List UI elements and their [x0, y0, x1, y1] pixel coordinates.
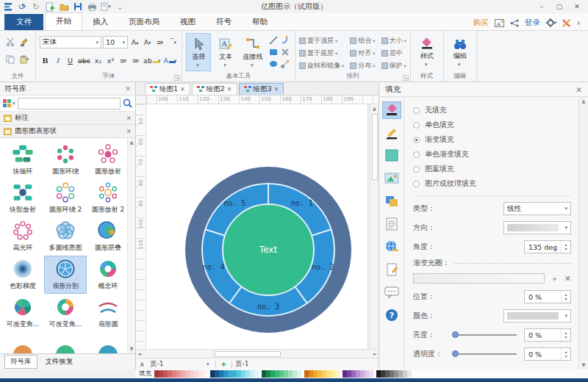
- scroll-left-icon[interactable]: ◄: [137, 351, 141, 357]
- share-icon[interactable]: [510, 19, 519, 27]
- gradient-direction-select[interactable]: ▾: [503, 221, 571, 234]
- section-close-icon[interactable]: ✕: [126, 128, 132, 135]
- radio-icon[interactable]: [413, 166, 420, 173]
- gradient-type-select[interactable]: 线性▾: [503, 202, 571, 215]
- new-file-button[interactable]: [45, 1, 55, 12]
- arrange-居中[interactable]: 居中: [381, 48, 406, 58]
- collapse-ribbon-icon[interactable]: ∧: [576, 20, 581, 26]
- palette-swatch[interactable]: [297, 370, 301, 378]
- fill-option-图案填充[interactable]: 图案填充: [413, 162, 571, 176]
- tab-file[interactable]: 文件: [4, 14, 43, 30]
- section-circular-chart-shapes[interactable]: 圆形图表形状 ✕: [0, 125, 135, 138]
- scrollbar-thumb[interactable]: [215, 351, 281, 357]
- page-select[interactable]: 页-1▾: [148, 359, 212, 369]
- arrange-大小[interactable]: 大小▾: [381, 36, 406, 46]
- export-button[interactable]: ▾: [101, 1, 111, 12]
- gradient-stops-bar[interactable]: [413, 273, 545, 284]
- tab-symbols[interactable]: 符号: [206, 14, 242, 30]
- fill-option-无填充[interactable]: 无填充: [413, 103, 571, 118]
- text-tool-button[interactable]: A 文本▾: [213, 33, 238, 71]
- line-spacing-button[interactable]: ≡▾: [118, 55, 129, 67]
- tab-page-layout[interactable]: 页面布局: [118, 14, 170, 30]
- arrange-对齐[interactable]: 对齐▾: [350, 48, 375, 58]
- doc-tab-3[interactable]: 绘图3✕: [239, 83, 284, 95]
- ellipse-tool-icon[interactable]: [269, 60, 278, 68]
- fill-panel-scrollbar[interactable]: ▲ ▼: [578, 97, 588, 370]
- arrange-分布[interactable]: 分布▾: [350, 61, 375, 71]
- close-tab-icon[interactable]: ✕: [180, 86, 185, 93]
- scroll-down-icon[interactable]: ▼: [582, 362, 586, 368]
- symbol-item[interactable]: 块循环: [1, 141, 44, 179]
- palette-swatch[interactable]: [335, 370, 340, 378]
- symbol-search-input[interactable]: [18, 98, 121, 109]
- collapse-pages-icon[interactable]: ∧: [140, 361, 145, 368]
- fill-option-图片或纹理填充[interactable]: 图片或纹理填充: [413, 176, 571, 191]
- radio-icon[interactable]: [413, 137, 420, 143]
- font-size-select[interactable]: 10▾: [103, 36, 128, 48]
- angle-spinner[interactable]: 135 deg▴▾: [524, 240, 571, 253]
- settings-gear-icon[interactable]: ▾: [546, 18, 557, 27]
- search-icon[interactable]: [123, 98, 132, 108]
- cut-icon[interactable]: [4, 36, 16, 48]
- curve-tool-icon[interactable]: [281, 36, 290, 45]
- italic-button[interactable]: I: [52, 55, 63, 67]
- symbol-item[interactable]: [1, 332, 44, 353]
- tab-file-recovery[interactable]: 文件恢复: [40, 356, 79, 368]
- scroll-right-icon[interactable]: ►: [373, 351, 377, 357]
- arrange-旋转和镜像[interactable]: 旋转和镜像▾: [299, 61, 344, 71]
- tab-home[interactable]: 开始: [45, 12, 82, 30]
- fill-panel-close-icon[interactable]: ✕: [576, 85, 582, 94]
- symbol-item[interactable]: 圆形环绕: [44, 141, 87, 179]
- image-format-icon[interactable]: [382, 170, 401, 187]
- symbol-item[interactable]: 圆形层叠: [87, 217, 129, 256]
- opacity-spinner[interactable]: 0 %▴▾: [524, 347, 571, 361]
- brightness-slider[interactable]: [453, 334, 517, 336]
- tab-symbol-library[interactable]: 符号库: [4, 355, 37, 369]
- format-painter-icon[interactable]: [18, 36, 30, 48]
- symbol-item[interactable]: 多圆维恩图: [44, 217, 87, 256]
- help-icon[interactable]: ?: [382, 306, 401, 324]
- fill-option-单色渐变填充[interactable]: 单色渐变填充: [413, 147, 571, 162]
- fill-option-单色填充[interactable]: 单色填充: [413, 118, 571, 132]
- comment-icon[interactable]: [382, 284, 401, 301]
- scroll-up-icon[interactable]: ▲: [130, 140, 134, 145]
- promotion-icon[interactable]: [562, 19, 570, 27]
- style-button[interactable]: 样式▾: [415, 33, 440, 71]
- palette-swatch[interactable]: [369, 370, 373, 378]
- radio-icon[interactable]: [413, 107, 420, 114]
- font-color-button[interactable]: A▾: [162, 55, 177, 67]
- text-arc-button[interactable]: ⌒▾: [167, 37, 178, 48]
- arrange-保护[interactable]: 保护▾: [381, 61, 406, 71]
- doc-tab-1[interactable]: 绘图1✕: [145, 83, 190, 95]
- symbol-library-close-icon[interactable]: ✕: [125, 85, 131, 93]
- shrink-font-button[interactable]: A▾: [142, 37, 153, 48]
- line-tool-icon[interactable]: [269, 36, 278, 45]
- arrange-组合[interactable]: 组合▾: [350, 36, 375, 46]
- palette-swatch[interactable]: [407, 370, 412, 378]
- close-tab-icon[interactable]: ✕: [274, 86, 279, 93]
- radio-icon[interactable]: [413, 181, 420, 187]
- symbol-item[interactable]: 圆形环绕 2: [44, 179, 87, 217]
- paste-icon[interactable]: ▾: [18, 54, 30, 65]
- sidebar-scrollbar[interactable]: ▲ ▼: [127, 138, 135, 353]
- line-format-icon[interactable]: [382, 124, 401, 142]
- scrollbar-thumb[interactable]: [372, 114, 378, 180]
- login-link[interactable]: 登录: [525, 18, 540, 28]
- palette-swatch[interactable]: [254, 370, 259, 378]
- symbol-item[interactable]: 色彩梯度: [1, 256, 44, 294]
- hyperlink-globe-icon[interactable]: [382, 238, 401, 256]
- tab-view[interactable]: 视图: [170, 14, 206, 30]
- symbol-item[interactable]: 圆形放射: [87, 141, 129, 179]
- scroll-up-icon[interactable]: ▲: [373, 106, 376, 112]
- redo-button[interactable]: ↻: [31, 1, 41, 12]
- undo-button[interactable]: ↺▾: [17, 1, 27, 12]
- paragraph-button[interactable]: ≡▾: [154, 37, 165, 48]
- strikethrough-button[interactable]: abc: [77, 55, 91, 67]
- rectangle-tool-icon[interactable]: [269, 48, 278, 57]
- section-annotations[interactable]: 标注 ✕: [0, 112, 135, 125]
- tab-help[interactable]: 帮助: [242, 14, 278, 30]
- customize-toolbar-button[interactable]: ⌄: [115, 1, 125, 12]
- connector-tool-button[interactable]: 连接线▾: [240, 33, 265, 71]
- doc-tab-2[interactable]: 绘图2✕: [192, 83, 237, 95]
- radio-icon[interactable]: [413, 151, 420, 158]
